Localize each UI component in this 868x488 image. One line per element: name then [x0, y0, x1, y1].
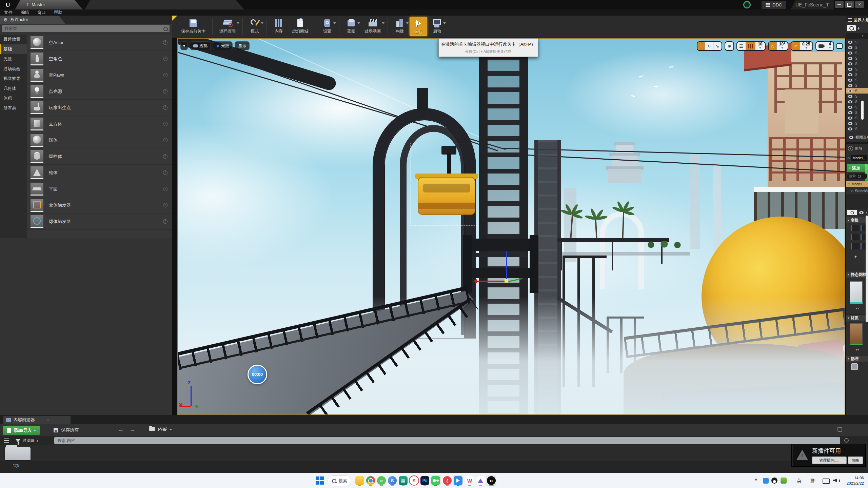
minimize-button[interactable]	[835, 1, 844, 8]
breadcrumb[interactable]: 内容 ▸	[149, 426, 172, 432]
section-transform[interactable]: ▾变换	[846, 217, 868, 223]
learn-badge-icon[interactable]	[743, 1, 751, 8]
add-component-button[interactable]: +添加	[847, 164, 867, 172]
world-local-toggle[interactable]: ⊕	[725, 41, 734, 51]
outliner-row[interactable]: S	[846, 94, 868, 99]
rotate-tool-button[interactable]: ↻	[705, 42, 713, 50]
visibility-eye-icon[interactable]	[848, 62, 852, 65]
content-search-input[interactable]	[54, 437, 840, 444]
level-viewport[interactable]: 00:00 Z ▾ 透视 ◆光照 显示 + ↻ ↘ ⊕ 10▾ △ 10°▾	[177, 38, 845, 415]
content-button[interactable]: 内容	[270, 17, 287, 35]
marketplace-button[interactable]: 虚幻商城	[289, 17, 312, 35]
tray-blue-app-icon[interactable]	[763, 478, 769, 484]
settings-button[interactable]: 设置	[319, 17, 336, 35]
play-button[interactable]: 运行	[410, 17, 427, 36]
visibility-eye-icon[interactable]	[848, 57, 852, 60]
visibility-eye-icon[interactable]	[848, 100, 852, 103]
visibility-eye-icon[interactable]	[848, 111, 852, 114]
expand-chevron[interactable]: ▾▾	[846, 306, 868, 310]
restore-button[interactable]	[845, 1, 854, 8]
filters-button[interactable]: 过滤器 ▾	[16, 438, 38, 444]
taskbar-unreal-engine[interactable]: u	[486, 475, 496, 486]
ignore-button[interactable]: 忽略	[848, 456, 863, 464]
outliner-scrollbar[interactable]	[861, 101, 864, 120]
tray-green-app-icon[interactable]	[781, 477, 787, 484]
outliner-row[interactable]: S	[846, 56, 868, 61]
taskbar-search[interactable]: 搜索	[328, 475, 351, 486]
category-volumes[interactable]: 体积	[0, 94, 27, 103]
place-item-sphere-trigger[interactable]: 球体触发器	[27, 214, 172, 230]
outliner-row[interactable]: S	[846, 72, 868, 77]
visibility-eye-icon[interactable]	[848, 89, 852, 93]
category-geometry[interactable]: 几何体	[0, 84, 27, 94]
category-all[interactable]: 所有类	[0, 103, 27, 113]
outliner-column-header[interactable]: ▾	[846, 33, 868, 39]
tray-network-icon[interactable]	[823, 479, 830, 484]
launch-button[interactable]: 启动	[429, 17, 446, 35]
rotation-snap-value[interactable]: 10°▾	[777, 42, 788, 50]
visibility-eye-icon[interactable]	[848, 122, 852, 125]
save-all-button[interactable]: 保存所有	[54, 426, 79, 434]
place-actors-tab[interactable]: 放置actor	[0, 16, 65, 24]
tray-qq-icon[interactable]	[771, 477, 777, 484]
asset-folder[interactable]	[5, 447, 31, 460]
visibility-eye-icon[interactable]	[848, 84, 852, 87]
place-item-point-light[interactable]: 点光源	[27, 83, 172, 100]
menu-help[interactable]: 帮助	[54, 10, 62, 16]
place-item-cube[interactable]: 立方体	[27, 116, 172, 132]
visibility-eye-icon[interactable]	[848, 73, 852, 76]
content-browser-tab[interactable]: 内容浏览器 ×	[3, 416, 71, 424]
details-tab[interactable]: i 细节	[846, 145, 868, 152]
axis-x-field[interactable]	[851, 243, 860, 249]
surface-snap-button[interactable]	[737, 42, 746, 50]
axis-x-field[interactable]	[851, 225, 860, 231]
lit-mode-button[interactable]: ◆光照	[213, 41, 233, 50]
show-flags-button[interactable]: 显示	[235, 41, 250, 50]
tray-lang-english[interactable]: 英	[797, 478, 802, 484]
level-tab[interactable]: T_Master	[15, 0, 83, 9]
outliner-row[interactable]: S	[846, 66, 868, 72]
save-level-button[interactable]: 保存当前关卡	[178, 17, 209, 35]
outliner-row[interactable]: S	[846, 110, 868, 115]
add-import-button[interactable]: 添加/导入 ▾	[3, 426, 40, 435]
outliner-row[interactable]: S	[846, 126, 868, 131]
visibility-eye-icon[interactable]	[848, 46, 852, 49]
taskbar-wps[interactable]: W	[465, 475, 475, 486]
place-item-sphere[interactable]: 球体	[27, 132, 172, 148]
camera-speed-value[interactable]: 4▾	[826, 42, 833, 50]
viewport-options-dropdown[interactable]: ▾	[180, 41, 188, 50]
place-item-empty-pawn[interactable]: 空Pawn	[27, 67, 172, 83]
dropdown-arrow-icon[interactable]	[333, 22, 336, 24]
ddc-indicator[interactable]: DDC	[762, 1, 786, 9]
category-cinematic[interactable]: 过场动画	[0, 64, 27, 74]
place-item-empty-character[interactable]: 空角色	[27, 51, 172, 67]
visibility-eye-icon[interactable]	[848, 52, 852, 55]
dropdown-arrow-icon[interactable]	[382, 22, 384, 24]
tray-volume-icon[interactable]	[833, 478, 840, 483]
category-basic[interactable]: 基础	[0, 44, 27, 54]
expand-chevron[interactable]: ▾▾	[846, 348, 868, 351]
place-item-player-start[interactable]: 玩家出生点	[27, 100, 172, 116]
scale-snap-value[interactable]: 0.25▾	[800, 42, 812, 50]
material-thumbnail[interactable]	[850, 323, 863, 345]
grid-snap-value[interactable]: 10▾	[755, 42, 765, 50]
section-materials[interactable]: ▾材质	[846, 314, 868, 321]
start-button[interactable]	[315, 475, 325, 486]
camera-speed-button[interactable]	[816, 42, 826, 50]
move-tool-button[interactable]: +	[697, 42, 705, 50]
perspective-button[interactable]: 透视	[190, 41, 211, 50]
dropdown-arrow-icon[interactable]	[261, 22, 263, 24]
close-button[interactable]: ×	[855, 1, 864, 8]
place-item-cylinder[interactable]: 圆柱体	[27, 148, 172, 165]
rotation-snap-button[interactable]: △	[769, 42, 777, 50]
category-lights[interactable]: 光源	[0, 54, 27, 64]
visibility-eye-icon[interactable]	[848, 95, 852, 98]
taskbar-360[interactable]: e	[376, 475, 387, 486]
dropdown-arrow-icon[interactable]	[425, 23, 427, 24]
visibility-eye-icon[interactable]	[848, 106, 852, 109]
taskbar-red-s-app[interactable]: S	[409, 475, 419, 486]
tray-clock[interactable]: 14:06 2023/2/22	[843, 475, 864, 486]
component-row[interactable]: ⌂StaticMesh	[846, 188, 868, 194]
axis-x-field[interactable]	[851, 234, 860, 240]
mobility-row[interactable]: +	[846, 253, 868, 260]
